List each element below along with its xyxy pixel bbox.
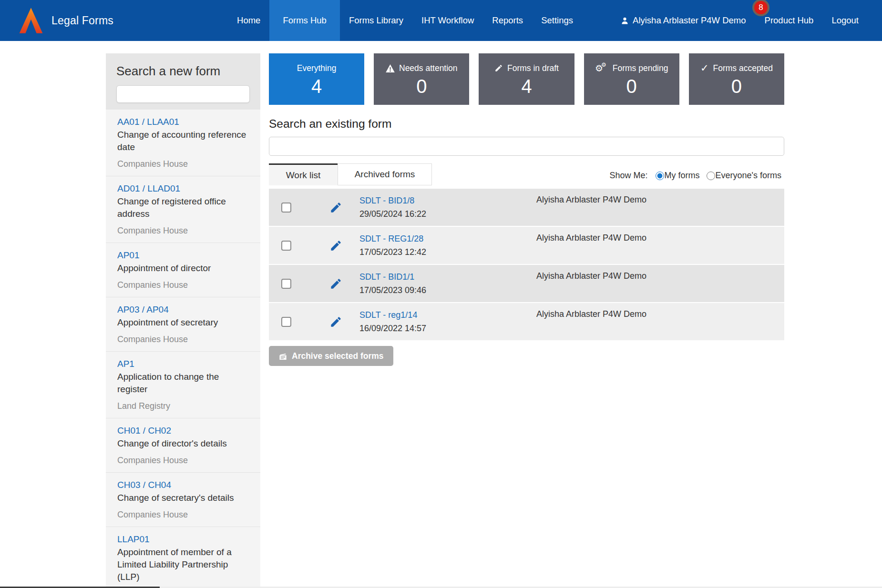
- form-list-item[interactable]: AA01 / LLAA01 Change of accounting refer…: [106, 110, 260, 176]
- tab-work-list[interactable]: Work list: [269, 163, 338, 185]
- radio-everyones-forms[interactable]: Everyone's forms: [707, 171, 781, 181]
- form-row-owner: Alyisha Arblaster P4W Demo: [536, 195, 646, 205]
- form-code-link[interactable]: CH01 / CH02: [117, 425, 171, 436]
- status-tiles: Everything 4 Needs attention 0 Forms in …: [269, 53, 784, 105]
- form-code-link[interactable]: LLAP01: [117, 534, 150, 545]
- form-item-title: Appointment of member of a Limited Liabi…: [117, 546, 249, 583]
- form-code-link[interactable]: AP03 / AP04: [117, 304, 169, 315]
- tile-everything[interactable]: Everything 4: [269, 53, 364, 105]
- nav-right: Alyisha Arblaster P4W Demo Product Hub L…: [611, 0, 868, 41]
- nav-item-forms-hub[interactable]: Forms Hub: [269, 0, 340, 41]
- user-icon: [621, 17, 629, 25]
- form-code-link[interactable]: AD01 / LLAD01: [117, 183, 180, 194]
- nav-item-iht-workflow[interactable]: IHT Workflow: [412, 0, 483, 41]
- form-item-agency: Companies House: [117, 280, 249, 291]
- top-navbar: Legal Forms HomeForms HubForms LibraryIH…: [0, 0, 882, 41]
- warning-icon: [386, 64, 395, 72]
- row-checkbox[interactable]: [281, 241, 291, 251]
- brand[interactable]: Legal Forms: [17, 0, 113, 41]
- form-code-link[interactable]: AP1: [117, 358, 134, 370]
- tab-row: Work list Archived forms Show Me: My for…: [269, 163, 784, 185]
- sidebar-header: Search a new form: [106, 53, 260, 110]
- work-list-table: SDLT - BID1/8 29/05/2024 16:22 Alyisha A…: [269, 189, 784, 340]
- form-list-item[interactable]: CH03 / CH04 Change of secretary's detail…: [106, 472, 260, 527]
- tile-forms-accepted[interactable]: ✓ Forms accepted 0: [689, 53, 784, 105]
- row-checkbox[interactable]: [281, 317, 291, 327]
- form-list-item[interactable]: AP1 Application to change the register L…: [106, 351, 260, 418]
- form-row-datetime: 16/09/2022 14:57: [359, 323, 426, 334]
- tile-label: Forms accepted: [713, 63, 772, 73]
- form-row-datetime: 17/05/2023 09:46: [359, 285, 426, 295]
- new-form-search-input[interactable]: [116, 85, 250, 103]
- radio-my-forms-input[interactable]: [656, 172, 664, 180]
- nav-item-home[interactable]: Home: [228, 0, 269, 41]
- form-item-title: Application to change the register: [117, 371, 249, 395]
- form-row-link[interactable]: SDLT - reg1/14: [359, 310, 426, 320]
- form-item-agency: Companies House: [117, 509, 249, 520]
- pencil-icon: [494, 64, 503, 72]
- form-code-link[interactable]: AA01 / LLAA01: [117, 116, 179, 128]
- table-row: SDLT - BID1/1 17/05/2023 09:46 Alyisha A…: [269, 265, 784, 302]
- form-item-agency: Companies House: [117, 455, 249, 466]
- form-item-agency: Land Registry: [117, 401, 249, 412]
- form-item-agency: Companies House: [117, 334, 249, 345]
- app-logo-icon: [17, 7, 45, 34]
- radio-everyones-forms-input[interactable]: [707, 172, 715, 180]
- radio-my-forms-label: My forms: [665, 171, 700, 181]
- nav-item-forms-library[interactable]: Forms Library: [340, 0, 412, 41]
- form-row-datetime: 29/05/2024 16:22: [359, 209, 426, 219]
- form-row-link[interactable]: SDLT - REG1/28: [359, 233, 426, 244]
- nav-links: HomeForms HubForms LibraryIHT WorkflowRe…: [228, 0, 582, 41]
- form-list-item[interactable]: AP03 / AP04 Appointment of secretary Com…: [106, 297, 260, 351]
- form-row-owner: Alyisha Arblaster P4W Demo: [536, 309, 646, 319]
- form-list-item[interactable]: AD01 / LLAD01 Change of registered offic…: [106, 176, 260, 243]
- row-checkbox[interactable]: [281, 279, 291, 289]
- page: Legal Forms HomeForms HubForms LibraryIH…: [0, 0, 882, 588]
- tile-label: Everything: [297, 63, 337, 73]
- archive-selected-forms-button[interactable]: Archive selected forms: [269, 346, 393, 366]
- form-list-item[interactable]: LLAP01 Appointment of member of a Limite…: [106, 527, 260, 588]
- form-list-item[interactable]: CH01 / CH02 Change of director's details…: [106, 418, 260, 472]
- tile-forms-pending[interactable]: ⚙⚙ Forms pending 0: [584, 53, 679, 105]
- nav-item-settings[interactable]: Settings: [532, 0, 582, 41]
- form-row-link[interactable]: SDLT - BID1/8: [359, 195, 426, 206]
- pencil-icon: [329, 239, 342, 252]
- show-me-group: Show Me: My forms Everyone's forms: [609, 171, 781, 181]
- nav-user-label: Alyisha Arblaster P4W Demo: [633, 15, 746, 26]
- form-code-link[interactable]: AP01: [117, 250, 139, 261]
- radio-my-forms[interactable]: My forms: [656, 171, 700, 181]
- form-list: AA01 / LLAA01 Change of accounting refer…: [106, 110, 260, 588]
- tile-forms-in-draft[interactable]: Forms in draft 4: [479, 53, 574, 105]
- archive-icon: [278, 352, 287, 361]
- form-row-link[interactable]: SDLT - BID1/1: [359, 272, 426, 282]
- table-row: SDLT - BID1/8 29/05/2024 16:22 Alyisha A…: [269, 189, 784, 226]
- form-item-title: Change of registered office address: [117, 195, 249, 220]
- nav-item-logout[interactable]: Logout: [822, 0, 868, 41]
- nav-user[interactable]: Alyisha Arblaster P4W Demo: [611, 0, 756, 41]
- form-item-title: Appointment of director: [117, 262, 249, 274]
- tile-count: 4: [269, 75, 364, 98]
- check-icon: ✓: [700, 63, 709, 73]
- show-me-label: Show Me:: [609, 171, 647, 181]
- pencil-icon: [329, 315, 342, 328]
- form-item-title: Appointment of secretary: [117, 316, 249, 329]
- sidebar-title: Search a new form: [116, 64, 250, 78]
- tile-count: 4: [479, 75, 574, 98]
- form-code-link[interactable]: CH03 / CH04: [117, 479, 171, 491]
- gears-icon: ⚙⚙: [595, 64, 608, 73]
- existing-form-heading: Search an existing form: [269, 117, 784, 131]
- existing-form-search-input[interactable]: [269, 137, 784, 156]
- tile-count: 0: [689, 75, 784, 98]
- tile-count: 0: [584, 75, 679, 98]
- tile-label: Forms pending: [613, 63, 668, 73]
- form-item-agency: Companies House: [117, 159, 249, 170]
- row-checkbox[interactable]: [281, 203, 291, 213]
- form-row-owner: Alyisha Arblaster P4W Demo: [536, 233, 646, 243]
- nav-item-reports[interactable]: Reports: [483, 0, 532, 41]
- tab-archived-forms[interactable]: Archived forms: [338, 163, 432, 185]
- tile-count: 0: [374, 75, 469, 98]
- brand-title: Legal Forms: [51, 14, 113, 27]
- form-list-item[interactable]: AP01 Appointment of director Companies H…: [106, 243, 260, 297]
- tile-needs-attention[interactable]: Needs attention 0: [374, 53, 469, 105]
- pencil-icon: [329, 277, 342, 290]
